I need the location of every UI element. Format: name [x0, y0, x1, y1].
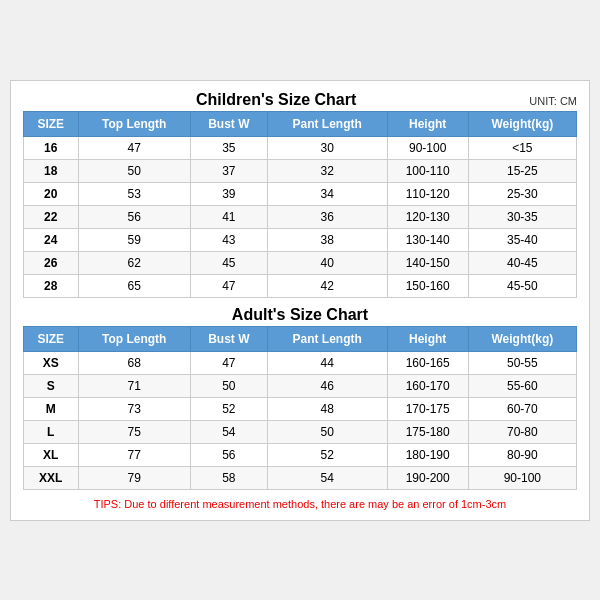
- adults-header-row: SIZE Top Length Bust W Pant Length Heigh…: [24, 326, 577, 351]
- table-cell: 73: [78, 397, 190, 420]
- table-cell: 50: [78, 159, 190, 182]
- adults-col-size: SIZE: [24, 326, 79, 351]
- table-cell: 130-140: [387, 228, 468, 251]
- table-cell: 160-170: [387, 374, 468, 397]
- table-cell: 150-160: [387, 274, 468, 297]
- table-cell: 16: [24, 136, 79, 159]
- table-cell: 20: [24, 182, 79, 205]
- table-cell: 47: [78, 136, 190, 159]
- table-cell: 52: [190, 397, 267, 420]
- table-cell: 46: [267, 374, 387, 397]
- table-cell: 15-25: [468, 159, 576, 182]
- table-row: 20533934110-12025-30: [24, 182, 577, 205]
- table-cell: 100-110: [387, 159, 468, 182]
- table-cell: 35-40: [468, 228, 576, 251]
- table-row: 22564136120-13030-35: [24, 205, 577, 228]
- table-cell: 45-50: [468, 274, 576, 297]
- table-cell: 35: [190, 136, 267, 159]
- table-cell: 47: [190, 274, 267, 297]
- table-cell: 24: [24, 228, 79, 251]
- table-cell: 170-175: [387, 397, 468, 420]
- adults-chart-section: Adult's Size Chart SIZE Top Length Bust …: [23, 306, 577, 490]
- table-cell: 59: [78, 228, 190, 251]
- table-cell: 190-200: [387, 466, 468, 489]
- table-cell: 90-100: [387, 136, 468, 159]
- table-cell: 110-120: [387, 182, 468, 205]
- table-cell: 48: [267, 397, 387, 420]
- table-row: XS684744160-16550-55: [24, 351, 577, 374]
- table-cell: 68: [78, 351, 190, 374]
- table-cell: L: [24, 420, 79, 443]
- table-cell: 120-130: [387, 205, 468, 228]
- table-cell: 30: [267, 136, 387, 159]
- table-cell: XL: [24, 443, 79, 466]
- table-cell: XXL: [24, 466, 79, 489]
- children-title-row: Children's Size Chart UNIT: CM: [23, 91, 577, 109]
- table-cell: 50-55: [468, 351, 576, 374]
- table-cell: 39: [190, 182, 267, 205]
- table-cell: 45: [190, 251, 267, 274]
- children-chart-title: Children's Size Chart: [23, 91, 529, 109]
- table-row: M735248170-17560-70: [24, 397, 577, 420]
- children-col-size: SIZE: [24, 111, 79, 136]
- table-row: 24594338130-14035-40: [24, 228, 577, 251]
- table-row: 28654742150-16045-50: [24, 274, 577, 297]
- adults-col-top-length: Top Length: [78, 326, 190, 351]
- table-cell: 160-165: [387, 351, 468, 374]
- children-table: SIZE Top Length Bust W Pant Length Heigh…: [23, 111, 577, 298]
- table-row: L755450175-18070-80: [24, 420, 577, 443]
- table-cell: 30-35: [468, 205, 576, 228]
- table-row: XXL795854190-20090-100: [24, 466, 577, 489]
- table-cell: 40-45: [468, 251, 576, 274]
- table-cell: 79: [78, 466, 190, 489]
- size-chart-container: Children's Size Chart UNIT: CM SIZE Top …: [10, 80, 590, 521]
- adults-col-height: Height: [387, 326, 468, 351]
- adults-title-row: Adult's Size Chart: [23, 306, 577, 324]
- table-cell: 53: [78, 182, 190, 205]
- table-cell: XS: [24, 351, 79, 374]
- table-cell: 54: [267, 466, 387, 489]
- table-cell: 28: [24, 274, 79, 297]
- table-cell: 71: [78, 374, 190, 397]
- table-cell: 70-80: [468, 420, 576, 443]
- table-cell: 42: [267, 274, 387, 297]
- table-cell: 140-150: [387, 251, 468, 274]
- table-cell: 80-90: [468, 443, 576, 466]
- children-col-top-length: Top Length: [78, 111, 190, 136]
- adults-chart-title: Adult's Size Chart: [23, 306, 577, 324]
- table-cell: 32: [267, 159, 387, 182]
- table-cell: 22: [24, 205, 79, 228]
- table-cell: 36: [267, 205, 387, 228]
- table-cell: <15: [468, 136, 576, 159]
- children-col-height: Height: [387, 111, 468, 136]
- table-cell: M: [24, 397, 79, 420]
- table-cell: 44: [267, 351, 387, 374]
- table-row: 26624540140-15040-45: [24, 251, 577, 274]
- adults-col-bust: Bust W: [190, 326, 267, 351]
- table-cell: 40: [267, 251, 387, 274]
- table-cell: 77: [78, 443, 190, 466]
- table-cell: 62: [78, 251, 190, 274]
- table-cell: 38: [267, 228, 387, 251]
- table-cell: 41: [190, 205, 267, 228]
- table-cell: 18: [24, 159, 79, 182]
- table-cell: 34: [267, 182, 387, 205]
- table-cell: 25-30: [468, 182, 576, 205]
- table-row: S715046160-17055-60: [24, 374, 577, 397]
- table-cell: 65: [78, 274, 190, 297]
- children-unit-label: UNIT: CM: [529, 95, 577, 107]
- table-row: 1647353090-100<15: [24, 136, 577, 159]
- children-col-weight: Weight(kg): [468, 111, 576, 136]
- table-cell: 58: [190, 466, 267, 489]
- table-cell: 52: [267, 443, 387, 466]
- table-cell: 60-70: [468, 397, 576, 420]
- table-cell: 56: [78, 205, 190, 228]
- children-col-bust: Bust W: [190, 111, 267, 136]
- adults-col-weight: Weight(kg): [468, 326, 576, 351]
- table-cell: 43: [190, 228, 267, 251]
- table-row: XL775652180-19080-90: [24, 443, 577, 466]
- table-cell: 50: [190, 374, 267, 397]
- tips-text: TIPS: Due to different measurement metho…: [23, 498, 577, 510]
- table-row: 18503732100-11015-25: [24, 159, 577, 182]
- table-cell: 47: [190, 351, 267, 374]
